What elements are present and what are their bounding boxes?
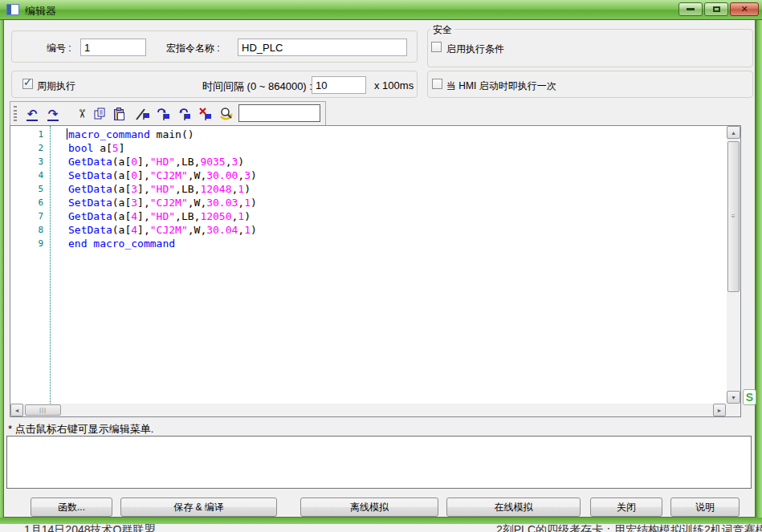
editor-window: 1月14日2048技术Q群联盟 2刻PLC的四级考存卡：用宏结构模拟训练2机词竞… — [0, 0, 762, 532]
code-token: 1 — [244, 197, 251, 209]
save-compile-button[interactable]: 保存 & 编译 — [120, 497, 277, 517]
code-token: bool — [68, 142, 93, 154]
vertical-scrollbar[interactable]: ▲ ≡ ▼ — [727, 126, 740, 404]
code-token: 30.03 — [206, 197, 238, 209]
code-token: 5 — [112, 142, 119, 154]
scroll-up-button[interactable]: ▲ — [727, 126, 740, 139]
cut-button[interactable]: ✂ — [73, 105, 91, 123]
id-label: 编号 : — [47, 42, 71, 55]
macro-name-label: 宏指令名称 : — [166, 42, 220, 55]
find-button[interactable] — [218, 105, 235, 123]
clear-bookmarks-button[interactable] — [197, 105, 214, 123]
previous-bookmark-icon — [177, 106, 193, 122]
window-border-bottom — [0, 518, 762, 524]
code-token: ,W, — [188, 224, 206, 236]
find-icon — [218, 106, 234, 122]
code-token: 3 — [244, 169, 251, 181]
code-token: GetData — [68, 156, 112, 168]
desktop-s-icon[interactable]: S — [743, 389, 756, 405]
find-input[interactable] — [238, 104, 320, 122]
code-token: 30.00 — [206, 169, 238, 181]
code-editor[interactable]: 123456789 macro_command main()bool a[5]G… — [10, 125, 741, 417]
security-legend: 安全 — [430, 23, 454, 37]
code-token: , — [238, 169, 244, 181]
code-line: SetData(a[0],"CJ2M",W,30.00,3) — [68, 169, 724, 182]
copy-icon — [92, 107, 107, 121]
code-token: ,LB, — [175, 183, 200, 195]
code-token: ], — [137, 210, 150, 222]
desktop-text-right: 2刻PLC的四级考存卡：用宏结构模拟训练2机词竞赛模式 — [496, 523, 762, 532]
code-token: (a[ — [112, 169, 131, 181]
code-line: SetData(a[4],"CJ2M",W,30.04,1) — [68, 223, 724, 237]
arrow-right-icon: ► — [717, 408, 723, 413]
paste-icon — [112, 107, 126, 121]
app-icon — [6, 4, 19, 15]
code-line: GetData(a[3],"HD",LB,12048,1) — [68, 182, 724, 196]
toggle-bookmark-button[interactable] — [134, 105, 152, 123]
toolbar-grip[interactable] — [14, 106, 17, 121]
code-token: ,LB, — [175, 156, 200, 168]
code-token: "HD" — [150, 156, 175, 168]
code-token: 12050 — [200, 210, 231, 222]
code-token: SetData — [68, 224, 112, 236]
scroll-down-button[interactable]: ▼ — [727, 391, 740, 404]
code-token: ,W, — [188, 197, 206, 209]
undo-button[interactable]: ↶ — [23, 105, 41, 123]
horizontal-scroll-thumb[interactable]: ||| — [25, 404, 61, 416]
message-output[interactable] — [6, 436, 752, 489]
clear-bookmarks-icon — [198, 106, 214, 122]
code-token: "CJ2M" — [150, 169, 188, 181]
offline-simulate-button[interactable]: 离线模拟 — [300, 497, 438, 517]
function-button[interactable]: 函数... — [31, 497, 112, 517]
minimize-button[interactable] — [678, 2, 703, 16]
code-token: , — [226, 156, 232, 168]
code-lines[interactable]: macro_command main()bool a[5]GetData(a[0… — [68, 128, 724, 250]
code-token: 4 — [131, 210, 137, 222]
code-token: 3 — [131, 197, 137, 209]
code-token: main() — [150, 128, 194, 140]
enable-condition-checkbox[interactable]: ✓ — [431, 42, 442, 52]
maximize-button[interactable] — [704, 2, 728, 16]
interval-input[interactable] — [312, 76, 366, 94]
code-token: ,LB, — [175, 210, 200, 222]
code-token: ) — [244, 183, 251, 195]
code-token: "CJ2M" — [150, 224, 188, 236]
close-dialog-button[interactable]: 关闭 — [590, 497, 662, 517]
thumb-grip-icon: ||| — [39, 408, 47, 412]
maximize-icon — [713, 6, 720, 12]
startup-checkbox[interactable]: ✓ — [432, 79, 442, 89]
next-bookmark-button[interactable] — [155, 105, 173, 123]
id-input[interactable] — [80, 39, 146, 56]
paste-button[interactable] — [110, 105, 128, 123]
help-button[interactable]: 说明 — [670, 497, 740, 517]
periodic-checkbox[interactable]: ✓ — [22, 79, 33, 89]
check-icon: ✓ — [23, 76, 32, 88]
window-title: 编辑器 — [25, 4, 56, 18]
scroll-left-button[interactable]: ◄ — [10, 404, 23, 416]
thumb-grip-icon: ≡ — [731, 215, 736, 218]
copy-button[interactable] — [91, 105, 108, 123]
code-token: (a[ — [112, 183, 131, 195]
redo-button[interactable]: ↷ — [44, 105, 62, 123]
interval-unit-label: x 100ms — [374, 79, 414, 91]
code-token: macro_command — [68, 128, 150, 140]
desktop-text-left: 1月14日2048技术Q群联盟 — [24, 523, 155, 532]
code-line: GetData(a[4],"HD",LB,12050,1) — [68, 209, 724, 223]
code-token: 1 — [238, 183, 244, 195]
horizontal-scrollbar[interactable]: ◄ ||| ► — [10, 404, 726, 416]
scroll-right-button[interactable]: ► — [713, 404, 726, 416]
resize-grip-icon: .: — [750, 525, 755, 532]
code-token: "CJ2M" — [150, 197, 188, 209]
vertical-scroll-thumb[interactable]: ≡ — [727, 141, 740, 292]
online-simulate-button[interactable]: 在线模拟 — [446, 497, 581, 517]
code-token: ], — [137, 197, 150, 209]
close-button[interactable]: ✕ — [730, 2, 759, 16]
previous-bookmark-button[interactable] — [176, 105, 194, 123]
code-token: ,W, — [188, 169, 206, 181]
line-number: 6 — [10, 196, 45, 209]
macro-name-input[interactable] — [238, 39, 407, 56]
interval-label: 时间间隔 (0 ~ 864000) : — [202, 79, 312, 94]
code-token: (a[ — [112, 210, 131, 222]
title-bar: 编辑器 ✕ — [0, 0, 762, 20]
code-token: 9035 — [200, 156, 225, 168]
